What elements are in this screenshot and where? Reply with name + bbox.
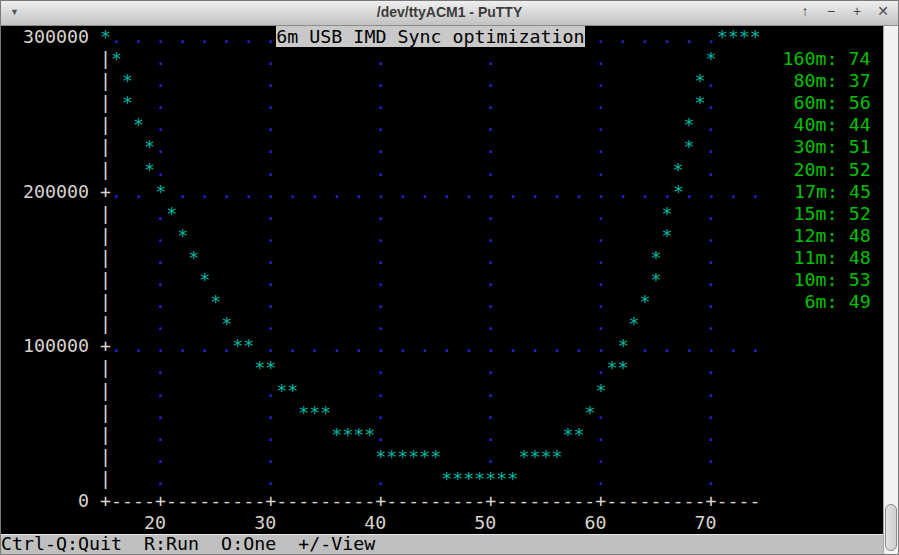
legend-entry: 80m: 37 <box>783 70 871 91</box>
terminal-text <box>496 48 595 69</box>
terminal-text <box>386 512 474 533</box>
terminal-text <box>651 291 706 312</box>
terminal-text <box>519 335 530 356</box>
scrollbar[interactable] <box>883 26 898 554</box>
axis-glyph: | <box>100 70 111 91</box>
title-bar[interactable]: ▼ /dev/ttyACM1 - PuTTY ↑−+✕ <box>1 1 898 26</box>
grid-dot: . <box>595 203 606 224</box>
terminal-text <box>1 181 23 202</box>
terminal-text <box>717 446 882 467</box>
grid-dot: . <box>662 181 673 202</box>
terminal-text <box>441 446 485 467</box>
terminal-text <box>89 181 100 202</box>
axis-glyph: | <box>100 92 111 113</box>
terminal-text <box>111 380 155 401</box>
terminal-text <box>651 26 662 47</box>
grid-dot: . <box>684 335 695 356</box>
terminal-text <box>606 380 705 401</box>
terminal-text <box>166 468 265 489</box>
grid-dot: . <box>706 446 717 467</box>
terminal-row: | . * . . . . * . 11m: 48 <box>1 247 883 269</box>
terminal-text <box>475 181 486 202</box>
grid-dot: . <box>618 181 629 202</box>
scrollbar-thumb[interactable] <box>885 504 897 551</box>
grid-dot: . <box>309 181 320 202</box>
terminal-row: 20 30 40 50 60 70 <box>1 512 883 534</box>
terminal-text <box>496 402 584 423</box>
data-point: * <box>133 114 144 135</box>
grid-dot: . <box>728 335 739 356</box>
terminal-text <box>871 247 882 268</box>
terminal-text <box>409 335 420 356</box>
grid-dot: . <box>595 92 606 113</box>
grid-dot: . <box>485 291 496 312</box>
terminal-text <box>717 424 882 445</box>
status-bar: Ctrl-Q:Quit R:Run O:One +/-View <box>1 534 883 554</box>
terminal-text <box>386 136 485 157</box>
terminal-text <box>453 181 464 202</box>
terminal-text <box>562 446 595 467</box>
terminal-row: | .* . . . . * . 15m: 52 <box>1 203 883 225</box>
grid-dot: . <box>595 291 606 312</box>
axis-glyph: | <box>100 424 111 445</box>
terminal-text <box>717 247 783 268</box>
grid-dot: . <box>155 424 166 445</box>
terminal-text <box>122 48 155 69</box>
terminal-text <box>871 269 882 290</box>
terminal-text <box>717 468 882 489</box>
data-point: * <box>639 291 650 312</box>
window-close-button-icon[interactable]: ✕ <box>876 3 890 19</box>
terminal-text <box>871 181 882 202</box>
terminal-screen[interactable]: 300000 *. . . . . . . .6m USB IMD Sync o… <box>1 26 883 534</box>
terminal-row: | * . . . . . *. 60m: 56 <box>1 92 883 114</box>
grid-dot: . <box>596 26 607 47</box>
terminal-text <box>871 159 882 180</box>
grid-dot: . <box>595 269 606 290</box>
data-point: * <box>661 203 672 224</box>
axis-glyph: | <box>100 114 111 135</box>
window-minimize-button-icon[interactable]: − <box>824 3 838 19</box>
grid-dot: . <box>375 159 386 180</box>
grid-dot: . <box>155 357 166 378</box>
grid-dot: . <box>595 159 606 180</box>
terminal-text <box>496 203 595 224</box>
data-point: ** <box>606 357 628 378</box>
terminal-text <box>276 446 375 467</box>
grid-dot: . <box>375 92 386 113</box>
grid-dot: . <box>133 181 144 202</box>
terminal-text <box>1 114 100 135</box>
terminal-text <box>122 335 133 356</box>
data-point: * <box>177 225 188 246</box>
data-point: * <box>221 313 232 334</box>
terminal-text <box>276 402 298 423</box>
grid-dot: . <box>375 203 386 224</box>
terminal-text <box>628 357 705 378</box>
data-point: * <box>210 291 221 312</box>
grid-dot: . <box>155 468 166 489</box>
terminal-text <box>431 335 442 356</box>
terminal-text <box>144 114 155 135</box>
data-point: * <box>695 70 706 91</box>
grid-dot: . <box>265 269 276 290</box>
terminal-text <box>133 92 155 113</box>
terminal-text <box>188 26 199 47</box>
window-maximize-button-icon[interactable]: + <box>850 3 864 19</box>
grid-dot: . <box>199 335 210 356</box>
grid-dot: . <box>640 181 651 202</box>
grid-dot: . <box>508 181 519 202</box>
terminal-text <box>199 247 265 268</box>
terminal-text <box>210 269 265 290</box>
grid-dot: . <box>552 335 563 356</box>
grid-dot: . <box>464 181 475 202</box>
terminal-text <box>518 468 595 489</box>
grid-dot: . <box>397 335 408 356</box>
terminal-text <box>111 225 155 246</box>
axis-glyph: | <box>100 291 111 312</box>
grid-dot: . <box>706 136 717 157</box>
terminal-text <box>409 181 420 202</box>
window-shade-button-icon[interactable]: ↑ <box>798 3 812 19</box>
grid-dot: . <box>375 424 386 445</box>
terminal-text <box>606 402 705 423</box>
terminal-text <box>695 114 706 135</box>
data-point: * <box>661 225 672 246</box>
